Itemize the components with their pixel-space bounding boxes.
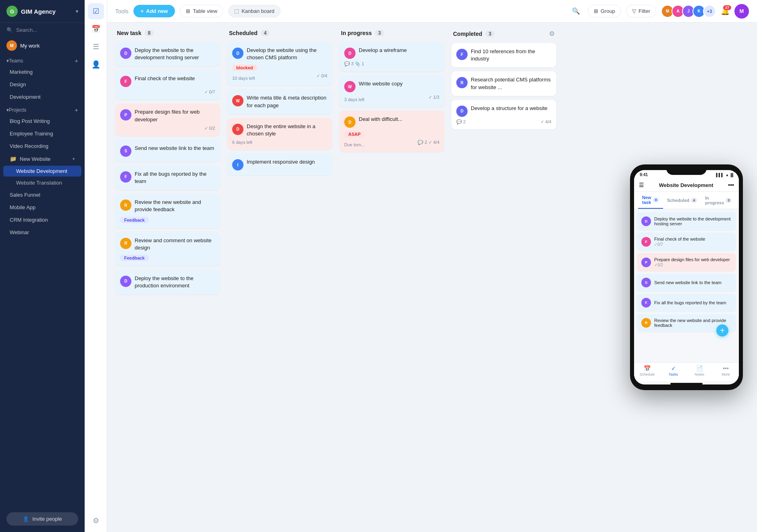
filter-button[interactable]: ▽ Filter (626, 5, 656, 17)
tools-label: Tools (115, 8, 129, 15)
task-card[interactable]: W Write website copy 3 days left ✓ 1/3 (339, 75, 444, 107)
card-footer: Due tom... 💬 2 ✓ 4/4 (344, 140, 439, 147)
home-indicator (670, 383, 703, 384)
phone-task-card[interactable]: F Fix all the bugs reported by the team (637, 294, 736, 312)
group-button[interactable]: ⊞ Group (588, 5, 621, 17)
sidebar-item-website-development[interactable]: Website Development (3, 166, 81, 177)
more-icon: ••• (723, 365, 729, 372)
task-card[interactable]: D Deal with difficult... ASAP Due tom...… (339, 111, 444, 152)
phone-card-avatar: S (641, 278, 651, 287)
sidebar-item-website-translation[interactable]: Website Translation (3, 177, 81, 188)
task-card[interactable]: D Deploy the website to the production e… (115, 270, 220, 294)
phone-bottom-tasks[interactable]: ✓ Tasks (660, 365, 686, 376)
teams-section-header[interactable]: ▾ Teams + (0, 54, 85, 66)
projects-label: Projects (9, 107, 26, 113)
column-scheduled: Scheduled 4 D Develop the website using … (227, 30, 332, 525)
column-header-scheduled: Scheduled 4 (227, 30, 332, 38)
card-avatar: D (456, 106, 468, 117)
task-card[interactable]: D Develop the website using the chosen C… (227, 42, 332, 85)
phone-bottom-more[interactable]: ••• More (713, 365, 739, 376)
task-card[interactable]: F Fix all the bugs reported by the team (115, 166, 220, 190)
task-card[interactable]: P Prepare design files for web developer… (115, 104, 220, 135)
phone-bottombar: 📅 Schedule ✓ Tasks 📄 Notes ••• More (634, 362, 739, 381)
sidebar-item-webinar[interactable]: Webinar (3, 227, 81, 238)
sidebar-item-employee-training[interactable]: Employee Training (3, 128, 81, 139)
task-card[interactable]: R Research potential CMS platforms for w… (451, 71, 556, 96)
task-card[interactable]: R Review and comment on website design F… (115, 232, 220, 266)
sidebar-item-video-recording[interactable]: Video Recording (3, 140, 81, 152)
task-card[interactable]: D Develop a wireframe 💬 3 📎 1 (339, 42, 444, 71)
task-card[interactable]: F Find 10 references from the industry (451, 43, 556, 67)
add-new-button[interactable]: + Add new (133, 5, 175, 17)
settings-icon[interactable]: ⚙ (549, 30, 555, 37)
kanban-board-button[interactable]: ⬚ Kanban board (228, 5, 281, 17)
card-title: Implement responsive design (247, 158, 315, 166)
profile-avatar[interactable]: M (734, 4, 749, 19)
table-view-button[interactable]: ⊞ Table view (180, 5, 223, 17)
phone-card-meta: ✓0/2 (654, 263, 732, 267)
card-header: D Deploy the website to the development … (120, 47, 215, 61)
hamburger-icon[interactable]: ☰ (639, 182, 644, 188)
sidebar-item-new-website[interactable]: 📁 New Website ▾ (3, 153, 81, 165)
notification-button[interactable]: 🔔 27 (721, 7, 730, 16)
card-title: Deal with difficult... (359, 116, 402, 123)
phone-task-card[interactable]: S Send new website link to the team (637, 274, 736, 291)
card-check-count: ✓ 0/2 (204, 126, 215, 131)
phone-card-avatar: R (641, 318, 651, 328)
task-card[interactable]: W Write meta title & meta description fo… (227, 89, 332, 114)
invite-people-button[interactable]: 👤 Invite people (6, 512, 78, 526)
card-avatar: F (456, 49, 468, 60)
toolbar-calendar-icon[interactable]: 📅 (88, 21, 104, 37)
phone-fab-button[interactable]: + (716, 324, 728, 337)
projects-add-button[interactable]: + (75, 106, 78, 113)
column-in-progress: In progress 3 D Develop a wireframe 💬 3 … (339, 30, 444, 525)
icon-toolbar: ☑ 📅 ☰ 👤 ⚙ (85, 0, 107, 532)
column-count: 3 (485, 31, 495, 37)
sidebar-item-design[interactable]: Design (3, 79, 81, 90)
phone-bottom-schedule[interactable]: 📅 Schedule (634, 365, 660, 376)
sidebar-item-blog[interactable]: Blog Post Writing (3, 115, 81, 127)
sidebar-logo[interactable]: G GIM Agency ▾ (0, 0, 85, 23)
phone-tab-new-task[interactable]: New task 8 (638, 192, 663, 209)
my-work-item[interactable]: M My work (0, 37, 85, 54)
task-card[interactable]: D Develop a structure for a website 💬 2 … (451, 100, 556, 129)
task-card[interactable]: D Deploy the website to the development … (115, 42, 220, 66)
toolbar-list-icon[interactable]: ☰ (88, 39, 104, 55)
task-card[interactable]: F Final check of the website ✓ 0/7 (115, 70, 220, 100)
due-text: Due tom... (344, 142, 365, 147)
task-card[interactable]: S Send new website link to the team (115, 140, 220, 162)
search-button[interactable]: 🔍 (569, 4, 583, 18)
user-avatar: M (6, 40, 17, 51)
search-bar[interactable]: 🔍 Search... (0, 23, 85, 37)
phone-bottom-notes[interactable]: 📄 Notes (686, 365, 713, 376)
group-label: Group (601, 8, 615, 14)
card-check-count: ✓ 1/3 (428, 95, 439, 102)
bottom-label: Notes (695, 372, 705, 376)
toolbar-settings-icon[interactable]: ⚙ (88, 513, 104, 529)
toolbar-person-icon[interactable]: 👤 (88, 56, 104, 73)
sidebar-item-marketing[interactable]: Marketing (3, 66, 81, 78)
sidebar: G GIM Agency ▾ 🔍 Search... M My work ▾ T… (0, 0, 85, 532)
task-card[interactable]: D Design the entire website in a chosen … (227, 118, 332, 150)
phone-task-card[interactable]: D Deploy the website to the development … (637, 212, 736, 230)
card-avatar: F (120, 171, 131, 183)
projects-section-header[interactable]: ▾ Projects + (0, 103, 85, 115)
phone-tab-in-progress[interactable]: In progress 3 (701, 192, 736, 209)
phone-tab-scheduled[interactable]: Scheduled 4 (663, 192, 701, 209)
card-footer: 💬 3 📎 1 (344, 61, 439, 66)
sidebar-item-development[interactable]: Development (3, 91, 81, 103)
task-card[interactable]: I Implement responsive design (227, 154, 332, 175)
phone-task-card[interactable]: P Prepare design files for web developer… (637, 253, 736, 271)
column-title: Completed (453, 31, 482, 37)
more-icon[interactable]: ••• (728, 182, 734, 188)
card-avatar: D (232, 48, 243, 59)
sidebar-item-crm-integration[interactable]: CRM Integration (3, 214, 81, 226)
task-card[interactable]: R Review the new website and provide fee… (115, 194, 220, 228)
phone-task-card[interactable]: F Final check of the website ✓0/7 (637, 233, 736, 251)
sidebar-item-sales-funnel[interactable]: Sales Funnel (3, 189, 81, 201)
teams-add-button[interactable]: + (75, 57, 78, 64)
avatar-extra[interactable]: +3 (703, 5, 716, 18)
sidebar-item-mobile-app[interactable]: Mobile App (3, 202, 81, 213)
toolbar-tasks-icon[interactable]: ☑ (88, 3, 104, 19)
sidebar-item-label: Video Recording (10, 143, 48, 149)
